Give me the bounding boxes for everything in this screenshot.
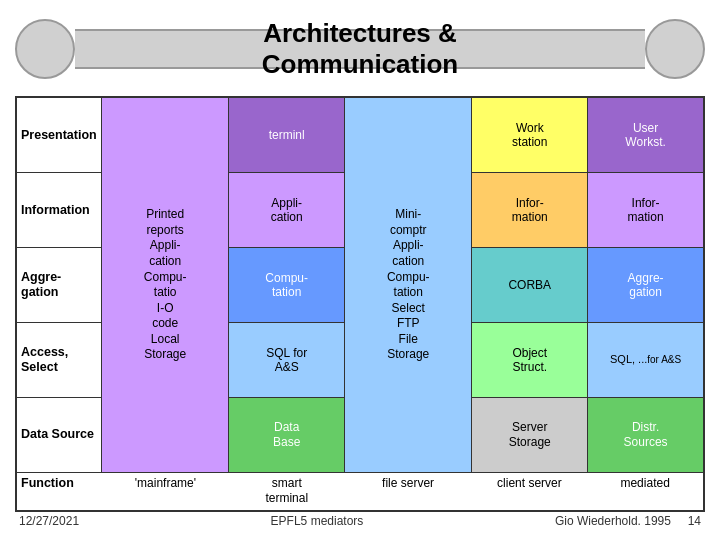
footer-page: 14: [688, 514, 701, 528]
file-server-col: Mini-comptrAppli-cationCompu-tationSelec…: [345, 98, 472, 471]
smart-terminal-col: terminl Appli-cation Compu-tation SQL fo…: [229, 98, 345, 471]
main-table-wrapper: Presentation Information Aggre-gation Ac…: [15, 96, 705, 512]
data-columns: PrintedreportsAppli-cationCompu-tatioI-O…: [102, 98, 703, 471]
footer: 12/27/2021 EPFL5 mediators Gio Wiederhol…: [15, 512, 705, 530]
bone-right-circle: [645, 19, 705, 79]
cs-corba: CORBA: [472, 248, 587, 323]
label-presentation: Presentation: [17, 98, 101, 173]
label-information: Information: [17, 173, 101, 248]
label-data-source: Data Source: [17, 398, 101, 472]
smart-sql: SQL forA&S: [229, 323, 344, 398]
label-aggregation: Aggre-gation: [17, 248, 101, 323]
file-server-merged-cell: Mini-comptrAppli-cationCompu-tationSelec…: [345, 98, 471, 471]
med-distr-sources: Distr.Sources: [588, 398, 703, 472]
table-inner: Presentation Information Aggre-gation Ac…: [17, 98, 703, 471]
cs-server-storage: ServerStorage: [472, 398, 587, 472]
bone-left-circle: [15, 19, 75, 79]
client-server-col: Workstation Infor-mation CORBA ObjectStr…: [472, 98, 588, 471]
function-mediated: mediated: [587, 476, 703, 507]
med-information: Infor-mation: [588, 173, 703, 248]
smart-computation: Compu-tation: [229, 248, 344, 323]
smart-database: DataBase: [229, 398, 344, 472]
mainframe-col: PrintedreportsAppli-cationCompu-tatioI-O…: [102, 98, 229, 471]
function-smart-terminal: smartterminal: [229, 476, 345, 507]
function-client-server: client server: [472, 476, 588, 507]
function-label: Function: [17, 476, 102, 490]
page-container: Architectures & Communication Presentati…: [0, 0, 720, 540]
footer-attribution: Gio Wiederhold. 1995: [555, 514, 671, 528]
cs-object-struct: ObjectStruct.: [472, 323, 587, 398]
footer-attribution-page: Gio Wiederhold. 1995 14: [555, 514, 701, 528]
cs-workstation: Workstation: [472, 98, 587, 173]
footer-date: 12/27/2021: [19, 514, 79, 528]
page-title: Architectures & Communication: [75, 18, 645, 80]
title-area: Architectures & Communication: [15, 10, 705, 88]
smart-terminl: terminl: [229, 98, 344, 173]
med-sql: SQL, ...for A&S: [588, 323, 703, 398]
labels-column: Presentation Information Aggre-gation Ac…: [17, 98, 102, 471]
footer-center: EPFL5 mediators: [271, 514, 364, 528]
cs-information: Infor-mation: [472, 173, 587, 248]
med-aggregation: Aggre-gation: [588, 248, 703, 323]
function-mainframe: 'mainframe': [102, 476, 229, 507]
mediated-col: UserWorkst. Infor-mation Aggre-gation SQ…: [588, 98, 703, 471]
smart-application: Appli-cation: [229, 173, 344, 248]
title-text: Architectures & Communication: [75, 18, 645, 80]
mainframe-merged-cell: PrintedreportsAppli-cationCompu-tatioI-O…: [102, 98, 228, 471]
function-file-server: file server: [345, 476, 472, 507]
function-values: 'mainframe' smartterminal file server cl…: [102, 476, 703, 507]
label-access-select: Access, Select: [17, 323, 101, 398]
function-row: Function 'mainframe' smartterminal file …: [17, 472, 703, 510]
med-user-workst: UserWorkst.: [588, 98, 703, 173]
